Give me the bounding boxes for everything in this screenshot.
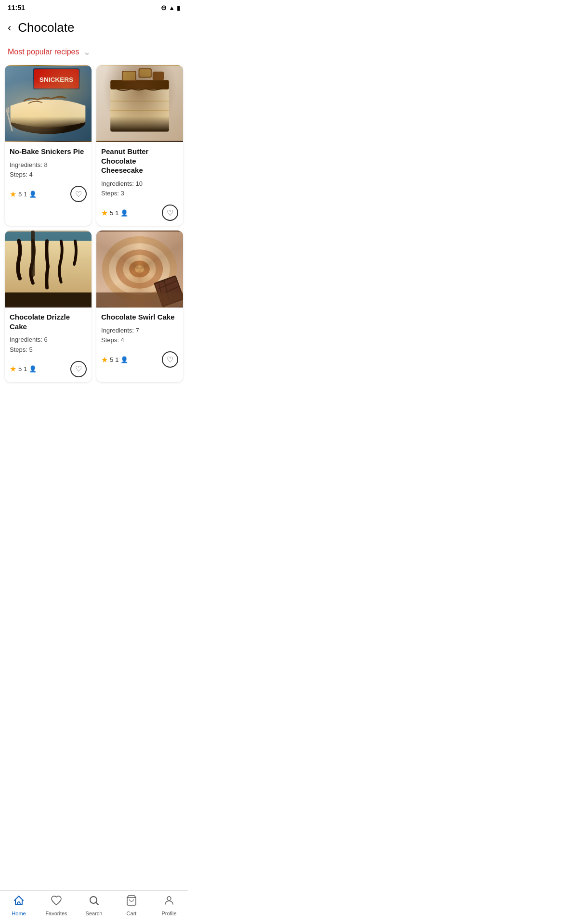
recipe-image-snickers-pie: SNICKERS: [5, 65, 92, 142]
svg-rect-35: [96, 293, 183, 307]
nav-cart[interactable]: Cart: [117, 895, 146, 916]
recipe-card-snickers-pie[interactable]: SNICKERS No-Bake Snickers Pie Ingredient…: [5, 65, 92, 226]
rating-count: 1: [115, 209, 118, 217]
svg-point-23: [102, 236, 177, 302]
rating-count: 1: [24, 191, 27, 198]
heart-icon: ♡: [167, 208, 173, 218]
profile-icon: [163, 895, 175, 909]
nav-search-label: Search: [86, 911, 103, 916]
star-icon: ★: [10, 190, 16, 199]
nav-favorites-label: Favorites: [45, 911, 67, 916]
recipe-footer-drizzle: ★ 5 1 👤 ♡: [5, 359, 92, 382]
recipe-name-snickers: No-Bake Snickers Pie: [10, 147, 87, 156]
recipe-name-swirl: Chocolate Swirl Cake: [101, 312, 178, 322]
svg-rect-21: [5, 293, 92, 307]
nav-profile[interactable]: Profile: [155, 895, 184, 916]
recipe-meta-pb: Ingredients: 10Steps: 3: [101, 179, 178, 199]
recipe-image-drizzle: [5, 231, 92, 308]
svg-rect-11: [110, 80, 169, 89]
svg-point-4: [11, 111, 86, 134]
svg-rect-30: [155, 277, 183, 306]
svg-line-34: [159, 286, 179, 295]
dnd-icon: ⊖: [161, 4, 167, 12]
filter-label: Most popular recipes: [8, 48, 79, 56]
recipe-card-drizzle[interactable]: Chocolate Drizzle Cake Ingredients: 6Ste…: [5, 231, 92, 382]
battery-icon: ▮: [177, 4, 180, 12]
svg-point-26: [123, 255, 156, 283]
recipe-grid: SNICKERS No-Bake Snickers Pie Ingredient…: [0, 65, 188, 387]
svg-rect-2: [34, 69, 79, 89]
person-icon: 👤: [120, 356, 128, 363]
heart-icon: ♡: [75, 364, 82, 373]
svg-rect-16: [153, 72, 164, 80]
recipe-footer-snickers: ★ 5 1 👤 ♡: [5, 184, 92, 207]
svg-line-32: [162, 281, 171, 303]
heart-icon: ♡: [75, 190, 82, 199]
signal-icon: ▲: [169, 4, 175, 12]
rating-count: 1: [24, 365, 27, 372]
favorite-button-snickers[interactable]: ♡: [70, 186, 87, 202]
nav-search[interactable]: Search: [79, 895, 108, 916]
svg-point-27: [129, 261, 150, 278]
favorite-button-pb[interactable]: ♡: [162, 205, 178, 221]
nav-home-label: Home: [12, 911, 26, 916]
nav-favorites[interactable]: Favorites: [42, 895, 71, 916]
favorite-button-drizzle[interactable]: ♡: [70, 361, 87, 377]
page-title: Chocolate: [18, 20, 74, 35]
svg-line-33: [157, 281, 177, 289]
chevron-down-icon[interactable]: ⌄: [83, 47, 91, 57]
svg-rect-13: [123, 72, 135, 80]
rating-num: 5: [18, 191, 22, 198]
star-icon: ★: [101, 208, 108, 218]
recipe-name-drizzle: Chocolate Drizzle Cake: [10, 312, 87, 331]
search-icon: [88, 895, 100, 909]
svg-rect-1: [33, 68, 79, 90]
svg-point-38: [167, 897, 171, 900]
svg-text:SNICKERS: SNICKERS: [39, 76, 73, 83]
recipe-footer-swirl: ★ 5 1 👤 ♡: [96, 349, 183, 372]
back-button[interactable]: ‹: [8, 23, 11, 33]
heart-icon: ♡: [167, 355, 173, 364]
nav-home[interactable]: Home: [4, 895, 33, 916]
status-icons: ⊖ ▲ ▮: [161, 4, 180, 12]
svg-point-25: [116, 249, 163, 289]
svg-rect-9: [96, 66, 183, 141]
bottom-nav: Home Favorites Search Cart: [0, 890, 188, 924]
recipe-meta-drizzle: Ingredients: 6Steps: 5: [10, 335, 87, 355]
recipe-info-snickers: No-Bake Snickers Pie Ingredients: 8Steps…: [5, 142, 92, 184]
recipe-rating-swirl: ★ 5 1 👤: [101, 355, 128, 364]
recipe-info-swirl: Chocolate Swirl Cake Ingredients: 7Steps…: [96, 308, 183, 349]
svg-rect-0: [5, 66, 92, 141]
filter-bar[interactable]: Most popular recipes ⌄: [0, 43, 188, 65]
recipe-meta-swirl: Ingredients: 7Steps: 4: [101, 326, 178, 346]
rating-num: 5: [110, 209, 113, 217]
star-icon: ★: [10, 364, 16, 373]
rating-num: 5: [110, 356, 113, 363]
recipe-card-pb-cheesecake[interactable]: Peanut Butter Chocolate Cheesecake Ingre…: [96, 65, 183, 226]
recipe-info-pb: Peanut Butter Chocolate Cheesecake Ingre…: [96, 142, 183, 203]
favorite-button-swirl[interactable]: ♡: [162, 351, 178, 368]
svg-rect-12: [122, 71, 136, 81]
svg-rect-14: [139, 68, 152, 77]
recipe-rating-pb: ★ 5 1 👤: [101, 208, 128, 218]
svg-rect-29: [154, 275, 183, 308]
svg-line-31: [157, 284, 166, 304]
person-icon: 👤: [29, 191, 37, 198]
rating-num: 5: [18, 365, 22, 372]
svg-point-28: [135, 265, 144, 273]
recipe-image-pb-cheesecake: [96, 65, 183, 142]
recipe-meta-snickers: Ingredients: 8Steps: 4: [10, 160, 87, 180]
svg-rect-5: [6, 108, 13, 131]
recipe-card-swirl[interactable]: Chocolate Swirl Cake Ingredients: 7Steps…: [96, 231, 183, 382]
svg-rect-22: [96, 231, 183, 307]
status-bar: 11:51 ⊖ ▲ ▮: [0, 0, 188, 15]
favorites-icon: [51, 895, 62, 909]
header: ‹ Chocolate: [0, 15, 188, 43]
recipe-info-drizzle: Chocolate Drizzle Cake Ingredients: 6Ste…: [5, 308, 92, 359]
person-icon: 👤: [120, 209, 128, 217]
rating-count: 1: [115, 356, 118, 363]
recipe-rating-snickers: ★ 5 1 👤: [10, 190, 37, 199]
home-icon: [13, 895, 25, 909]
status-time: 11:51: [8, 4, 25, 12]
recipe-footer-pb: ★ 5 1 👤 ♡: [96, 203, 183, 226]
